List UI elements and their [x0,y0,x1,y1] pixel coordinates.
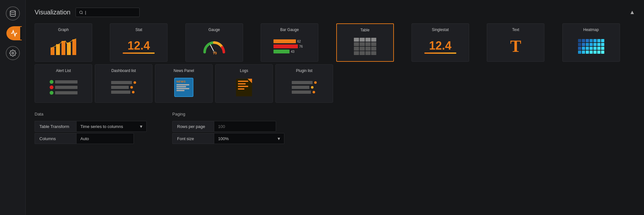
heatmap-cell [590,39,593,42]
viz-card-news-panel[interactable]: News Panel NEWS [155,64,213,103]
search-box[interactable] [76,8,140,17]
viz-card-plugin-list[interactable]: Plugin list [275,64,333,103]
heatmap-cell [593,51,597,54]
singlestat-icon: 12.4 [424,35,456,58]
table-icon [354,35,376,58]
viz-card-text[interactable]: Text T [487,23,544,62]
viz-card-logs[interactable]: Logs [215,64,273,103]
heatmap-cell [586,47,589,50]
search-icon [79,10,83,15]
data-section-title: Data [35,112,147,116]
font-size-label: Font size [172,133,214,144]
viz-card-bar-gauge[interactable]: Bar Gauge 62 76 43 [261,23,318,62]
viz-header-left: Visualization [35,8,140,17]
text-icon: T [510,35,521,58]
viz-header: Visualization ▲ [35,8,635,17]
rows-per-page-value[interactable] [214,121,276,132]
stat-bar [123,52,155,54]
sidebar [0,0,26,215]
svg-point-0 [10,11,15,12]
viz-card-logs-label: Logs [240,68,248,73]
heatmap-cell [578,51,581,54]
viz-card-bar-gauge-label: Bar Gauge [280,28,299,32]
heatmap-cell [586,43,589,46]
heatmap-cell [597,51,600,54]
viz-card-gauge[interactable]: Gauge 79 [185,23,243,62]
paging-section-title: Paging [172,112,284,116]
heatmap-cell [586,39,589,42]
table-transform-select[interactable]: Time series to columns Time series to ro… [80,124,143,129]
singlestat-bar [424,52,456,54]
news-panel-icon: NEWS [174,76,193,99]
font-size-row: Font size 50% 75% 100% 125% 150% ▼ [172,133,284,144]
news-badge: NEWS [176,80,186,83]
stat-icon: 12.4 [123,35,155,58]
viz-card-heatmap-label: Heatmap [583,28,599,32]
viz-grid-row2: Alert List [35,64,635,103]
heatmap-cell [582,47,585,50]
viz-card-graph[interactable]: Graph [35,23,92,62]
heatmap-cell [578,43,581,46]
search-input[interactable] [85,10,136,15]
heatmap-cell [590,51,593,54]
table-transform-label: Table Transform [35,121,76,132]
svg-point-1 [12,52,14,54]
viz-card-graph-label: Graph [58,28,69,32]
viz-card-table[interactable]: Table [336,23,394,62]
columns-text: Auto [80,136,89,141]
rows-per-page-input[interactable] [218,124,272,129]
viz-card-plugin-list-label: Plugin list [296,68,312,73]
stat-value: 12.4 [127,39,150,52]
viz-card-text-label: Text [512,28,519,32]
heatmap-cell [582,43,585,46]
plugin-list-icon [292,76,317,99]
table-transform-row: Table Transform Time series to columns T… [35,121,147,132]
table-transform-value[interactable]: Time series to columns Time series to ro… [76,121,147,132]
heatmap-cell [586,51,589,54]
svg-point-2 [80,11,82,13]
viz-card-table-label: Table [360,28,370,32]
sidebar-database-icon[interactable] [6,6,20,20]
font-size-value[interactable]: 50% 75% 100% 125% 150% ▼ [214,133,284,144]
graph-icon [49,35,78,58]
viz-card-stat[interactable]: Stat 12.4 [110,23,167,62]
font-size-select[interactable]: 50% 75% 100% 125% 150% [218,136,280,141]
bar-gauge-bar-3 [273,50,289,53]
svg-text:79: 79 [213,51,217,55]
viz-card-heatmap[interactable]: Heatmap [562,23,620,62]
viz-card-singlestat[interactable]: Singlestat 12.4 [412,23,469,62]
viz-grid-row1: Graph Stat 12.4 Gauge [35,23,635,62]
viz-card-alert-list[interactable]: Alert List [35,64,92,103]
paging-settings-group: Paging Rows per page Font size 50% 75% 1… [172,112,284,144]
bar-gauge-label-2: 76 [299,45,306,48]
sidebar-chart-icon[interactable] [6,26,22,40]
heatmap-cell [601,47,604,50]
sidebar-gear-icon[interactable] [6,46,20,60]
heatmap-cell [593,39,597,42]
heatmap-cell [593,43,597,46]
bar-gauge-icon: 62 76 43 [273,35,306,58]
viz-title: Visualization [35,9,70,16]
rows-per-page-row: Rows per page [172,121,284,132]
svg-line-3 [82,13,83,14]
bar-gauge-bar-2 [273,44,298,48]
alert-list-icon [50,76,77,99]
main-content: Visualization ▲ Graph [26,0,644,215]
columns-value: Auto [76,133,134,144]
heatmap-cell [601,51,604,54]
columns-row: Columns Auto [35,133,147,144]
bar-gauge-bar-1 [273,39,296,43]
rows-per-page-label: Rows per page [172,121,214,132]
collapse-button[interactable]: ▲ [629,9,635,16]
bar-gauge-label-1: 62 [297,40,304,43]
gauge-icon: 79 [201,35,227,58]
heatmap-cell [597,43,600,46]
heatmap-cell [597,47,600,50]
viz-card-singlestat-label: Singlestat [432,28,449,32]
heatmap-cell [590,43,593,46]
heatmap-cell [590,47,593,50]
viz-card-dashboard-list[interactable]: Dashboard list [95,64,152,103]
heatmap-cell [593,47,597,50]
heatmap-icon [578,35,604,58]
svg-rect-6 [61,41,65,55]
